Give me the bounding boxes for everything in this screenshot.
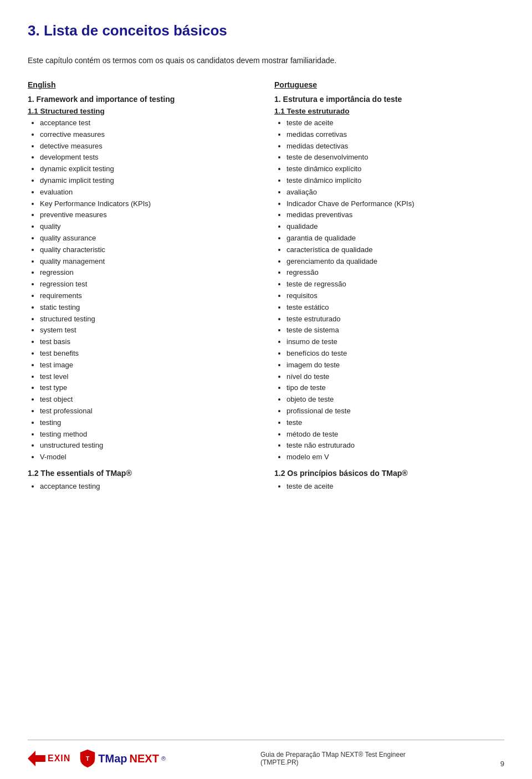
list-item: regression bbox=[40, 267, 258, 279]
left-column: English 1. Framework and importance of t… bbox=[28, 80, 269, 498]
list-item: acceptance test bbox=[40, 117, 258, 129]
list-item: teste de aceite bbox=[287, 117, 504, 129]
list-item: objeto de teste bbox=[287, 394, 504, 406]
list-item: requirements bbox=[40, 290, 258, 302]
list-item: característica de qualidade bbox=[287, 244, 504, 256]
tmap-text: TMap bbox=[98, 752, 127, 765]
left-col-header: English bbox=[28, 80, 258, 89]
list-item: avaliação bbox=[287, 187, 504, 198]
list-item: requisitos bbox=[287, 290, 504, 302]
list-item: test object bbox=[40, 394, 258, 406]
list-item: teste estruturado bbox=[287, 314, 504, 325]
footer-divider bbox=[28, 740, 504, 740]
right-section-1: 1. Estrutura e importância do teste 1.1 … bbox=[274, 95, 504, 463]
right-section-2-list: teste de aceite bbox=[274, 481, 504, 493]
list-item: unstructured testing bbox=[40, 440, 258, 452]
list-item: medidas preventivas bbox=[287, 209, 504, 221]
left-section-2: 1.2 The essentials of TMap® acceptance t… bbox=[28, 469, 258, 493]
list-item: test level bbox=[40, 371, 258, 383]
list-item: insumo de teste bbox=[287, 336, 504, 348]
right-col-header: Portuguese bbox=[274, 80, 504, 89]
list-item: test image bbox=[40, 360, 258, 371]
list-item: qualidade bbox=[287, 221, 504, 233]
list-item: testing bbox=[40, 417, 258, 429]
left-term-list: acceptance testcorrective measuresdetect… bbox=[28, 117, 258, 463]
list-item: test basis bbox=[40, 336, 258, 348]
list-item: quality assurance bbox=[40, 233, 258, 244]
left-section-2-title: 1.2 The essentials of TMap® bbox=[28, 469, 258, 478]
list-item: medidas detectivas bbox=[287, 141, 504, 152]
list-item: system test bbox=[40, 325, 258, 336]
footer-guide-text: Guia de Preparação TMap NEXT® Test Engin… bbox=[260, 751, 406, 766]
right-subsection-1-title: 1.1 Teste estruturado bbox=[274, 107, 504, 115]
two-column-layout: English 1. Framework and importance of t… bbox=[28, 80, 504, 498]
tmap-shield-icon: T bbox=[79, 749, 96, 768]
list-item: modelo em V bbox=[287, 452, 504, 463]
tmap-logo: T TMap NEXT ® bbox=[79, 749, 166, 768]
left-section-1-title: 1. Framework and importance of testing bbox=[28, 95, 258, 104]
list-item: gerenciamento da qualidade bbox=[287, 256, 504, 268]
right-column: Portuguese 1. Estrutura e importância do… bbox=[269, 80, 504, 498]
list-item: dynamic explicit testing bbox=[40, 163, 258, 175]
left-subsection-1-title: 1.1 Structured testing bbox=[28, 107, 258, 115]
exin-logo: EXIN bbox=[28, 751, 70, 766]
list-item: nível do teste bbox=[287, 371, 504, 383]
guide-text-line1: Guia de Preparação TMap NEXT® Test Engin… bbox=[260, 751, 406, 758]
list-item: static testing bbox=[40, 302, 258, 314]
list-item: teste dinâmico explícito bbox=[287, 163, 504, 175]
list-item: testing method bbox=[40, 429, 258, 440]
left-section-1: 1. Framework and importance of testing 1… bbox=[28, 95, 258, 463]
list-item: benefícios do teste bbox=[287, 348, 504, 360]
tmap-next-text: NEXT bbox=[130, 752, 159, 765]
list-item: teste não estruturado bbox=[287, 440, 504, 452]
list-item: quality management bbox=[40, 256, 258, 268]
exin-arrow-icon bbox=[28, 751, 45, 766]
list-item: quality bbox=[40, 221, 258, 233]
exin-text: EXIN bbox=[48, 754, 70, 763]
list-item: método de teste bbox=[287, 429, 504, 440]
list-item: test benefits bbox=[40, 348, 258, 360]
list-item: teste bbox=[287, 417, 504, 429]
list-item: regressão bbox=[287, 267, 504, 279]
svg-text:T: T bbox=[86, 756, 89, 762]
right-section-2: 1.2 Os princípios básicos do TMap® teste… bbox=[274, 469, 504, 493]
list-item: profissional de teste bbox=[287, 406, 504, 417]
intro-text: Este capítulo contém os termos com os qu… bbox=[28, 56, 504, 65]
footer: EXIN T TMap NEXT ® Guia de Preparação TM… bbox=[0, 749, 532, 768]
right-term-list: teste de aceitemedidas corretivasmedidas… bbox=[274, 117, 504, 463]
list-item: V-model bbox=[40, 452, 258, 463]
right-section-2-title: 1.2 Os princípios básicos do TMap® bbox=[274, 469, 504, 478]
list-item: acceptance testing bbox=[40, 481, 258, 493]
list-item: imagem do teste bbox=[287, 360, 504, 371]
right-section-1-title: 1. Estrutura e importância do teste bbox=[274, 95, 504, 104]
list-item: preventive measures bbox=[40, 209, 258, 221]
list-item: Indicador Chave de Performance (KPIs) bbox=[287, 198, 504, 210]
guide-text-line2: (TMPTE.PR) bbox=[260, 758, 406, 766]
footer-logo-area: EXIN T TMap NEXT ® bbox=[28, 749, 166, 768]
svg-marker-0 bbox=[28, 751, 45, 766]
list-item: teste estático bbox=[287, 302, 504, 314]
list-item: medidas corretivas bbox=[287, 129, 504, 141]
list-item: Key Performance Indicators (KPIs) bbox=[40, 198, 258, 210]
list-item: test professional bbox=[40, 406, 258, 417]
list-item: detective measures bbox=[40, 141, 258, 152]
list-item: garantia de qualidade bbox=[287, 233, 504, 244]
list-item: regression test bbox=[40, 279, 258, 290]
list-item: teste de desenvolvimento bbox=[287, 152, 504, 163]
list-item: teste de aceite bbox=[287, 481, 504, 493]
registered-mark: ® bbox=[161, 755, 166, 762]
list-item: teste de sistema bbox=[287, 325, 504, 336]
list-item: development tests bbox=[40, 152, 258, 163]
list-item: structured testing bbox=[40, 314, 258, 325]
page-number: 9 bbox=[500, 760, 504, 768]
list-item: test type bbox=[40, 382, 258, 394]
page-container: 3. Lista de conceitos básicos Este capít… bbox=[0, 0, 532, 554]
left-section-2-list: acceptance testing bbox=[28, 481, 258, 493]
list-item: corrective measures bbox=[40, 129, 258, 141]
main-title: 3. Lista de conceitos básicos bbox=[28, 22, 504, 39]
list-item: teste dinâmico implícito bbox=[287, 175, 504, 187]
list-item: evaluation bbox=[40, 187, 258, 198]
list-item: teste de regressão bbox=[287, 279, 504, 290]
list-item: tipo de teste bbox=[287, 382, 504, 394]
list-item: quality characteristic bbox=[40, 244, 258, 256]
